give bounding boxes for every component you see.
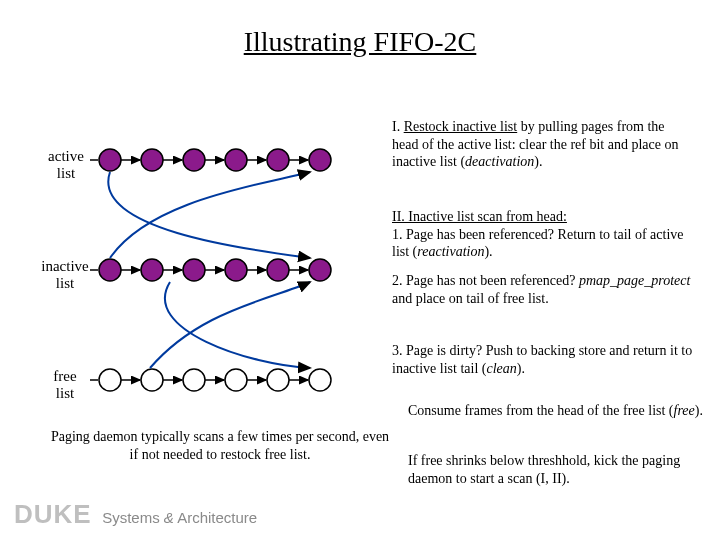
svg-point-1 — [99, 149, 121, 171]
svg-point-35 — [309, 369, 331, 391]
arrow-clean — [150, 282, 310, 368]
text-step-II-1: II. Inactive list scan from head: 1. Pag… — [392, 208, 692, 261]
arrow-deactivation — [108, 172, 310, 258]
svg-point-19 — [225, 259, 247, 281]
svg-point-15 — [141, 259, 163, 281]
svg-point-27 — [141, 369, 163, 391]
text-kick: If free shrinks below threshhold, kick t… — [408, 452, 708, 487]
brand-logo: DUKE — [14, 499, 92, 529]
text-step-3: 3. Page is dirty? Push to backing store … — [392, 342, 702, 377]
svg-point-17 — [183, 259, 205, 281]
svg-point-5 — [183, 149, 205, 171]
svg-point-3 — [141, 149, 163, 171]
arrow-to-free — [165, 282, 310, 368]
svg-point-29 — [183, 369, 205, 391]
text-consume: Consume frames from the head of the free… — [408, 402, 708, 420]
svg-point-33 — [267, 369, 289, 391]
svg-point-7 — [225, 149, 247, 171]
brand-subtitle: Systems & Architecture — [102, 509, 257, 526]
svg-point-9 — [267, 149, 289, 171]
text-step-II-2: 2. Page has not been referenced? pmap_pa… — [392, 272, 692, 307]
text-step-I: I. Restock inactive list by pulling page… — [392, 118, 692, 171]
svg-point-23 — [309, 259, 331, 281]
svg-point-25 — [99, 369, 121, 391]
arrow-reactivation — [110, 172, 310, 258]
slide: Illustrating FIFO-2C activelist inactive… — [0, 0, 720, 540]
svg-point-21 — [267, 259, 289, 281]
svg-point-13 — [99, 259, 121, 281]
text-footnote: Paging daemon typically scans a few time… — [50, 428, 390, 463]
brand-footer: DUKE Systems & Architecture — [14, 499, 257, 530]
svg-point-31 — [225, 369, 247, 391]
svg-point-11 — [309, 149, 331, 171]
